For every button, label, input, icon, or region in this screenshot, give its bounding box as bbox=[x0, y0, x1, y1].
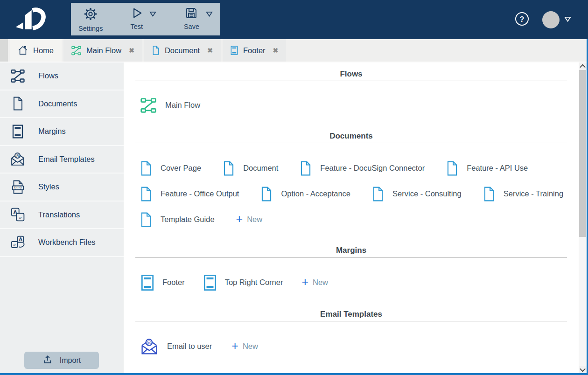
sidebar-item-translations[interactable]: A אTranslations bbox=[0, 201, 124, 229]
play-icon bbox=[131, 7, 143, 21]
svg-text:א: א bbox=[13, 243, 16, 247]
item-label: Email to user bbox=[167, 342, 212, 351]
section-flows: Flows Main Flow bbox=[124, 62, 577, 125]
home-icon bbox=[18, 45, 28, 56]
item-footer[interactable]: Footer bbox=[141, 271, 185, 293]
sidebar-item-workbench-files[interactable]: A אWorkbench Files bbox=[0, 229, 124, 257]
item-label: Document bbox=[243, 164, 278, 173]
new-label: New bbox=[313, 278, 328, 287]
new-email-templates-button[interactable]: +New bbox=[231, 335, 258, 357]
item-label: Top Right Corner bbox=[225, 278, 283, 287]
sidebar-item-flows[interactable]: Flows bbox=[0, 62, 124, 90]
main-body: Flows Documents Margins @Email Templates… bbox=[0, 62, 588, 375]
section-title: Flows bbox=[135, 62, 567, 81]
tab-home[interactable]: Home bbox=[10, 39, 62, 62]
section-items: Footer Top Right Corner+New bbox=[124, 257, 577, 303]
sidebar-item-label: Workbench Files bbox=[38, 238, 96, 247]
sidebar-item-margins[interactable]: Margins bbox=[0, 118, 124, 146]
vertical-scrollbar[interactable] bbox=[579, 62, 587, 373]
toolbar: Settings Test Save bbox=[71, 3, 220, 35]
close-icon[interactable]: ✖ bbox=[129, 47, 134, 54]
import-button[interactable]: Import bbox=[24, 352, 99, 369]
item-service-training[interactable]: Service - Training bbox=[483, 183, 563, 205]
section-documents: Documents Cover Page Document Feature - … bbox=[124, 125, 577, 239]
item-feature-office-output[interactable]: Feature - Office Output bbox=[140, 183, 239, 205]
new-label: New bbox=[243, 342, 258, 351]
gear-icon bbox=[84, 7, 98, 23]
document-icon bbox=[10, 97, 26, 111]
document-icon bbox=[446, 161, 458, 176]
scrollbar-thumb[interactable] bbox=[579, 70, 586, 237]
close-icon[interactable]: ✖ bbox=[207, 47, 213, 54]
item-label: Option - Acceptance bbox=[281, 189, 350, 198]
email-icon: @ bbox=[10, 152, 26, 166]
chevron-up-icon bbox=[580, 64, 586, 70]
tab-footer[interactable]: Footer✖ bbox=[223, 39, 286, 62]
sidebar-item-label: Styles bbox=[38, 182, 59, 191]
document-icon bbox=[140, 212, 152, 227]
scroll-up-button[interactable] bbox=[579, 62, 587, 70]
tab-label: Footer bbox=[243, 46, 266, 55]
document-icon bbox=[140, 161, 152, 176]
settings-button[interactable]: Settings bbox=[78, 3, 103, 32]
test-dropdown-caret[interactable] bbox=[149, 10, 156, 19]
item-top-right-corner[interactable]: Top Right Corner bbox=[203, 271, 283, 293]
item-service-consulting[interactable]: Service - Consulting bbox=[372, 183, 462, 205]
sidebar-item-label: Translations bbox=[38, 210, 80, 219]
chevron-down-icon bbox=[149, 10, 156, 19]
tabbar-lead-strip bbox=[0, 39, 8, 62]
plus-icon: + bbox=[301, 276, 308, 288]
item-feature-docusign-connector[interactable]: Feature - DocuSign Connector bbox=[300, 157, 425, 179]
tab-label: Document bbox=[165, 46, 200, 55]
scrollbar-track[interactable] bbox=[579, 70, 587, 366]
test-label: Test bbox=[130, 23, 143, 30]
flow-icon bbox=[71, 46, 81, 56]
svg-text:A: A bbox=[19, 236, 22, 242]
plus-icon: + bbox=[236, 213, 243, 225]
chevron-down-icon bbox=[580, 366, 586, 372]
translations-icon: A א bbox=[10, 208, 26, 222]
question-circle-icon: ? bbox=[515, 12, 529, 28]
item-main-flow[interactable]: Main Flow bbox=[140, 94, 200, 116]
new-documents-button[interactable]: +New bbox=[236, 208, 263, 230]
chevron-down-icon bbox=[206, 10, 213, 19]
item-cover-page[interactable]: Cover Page bbox=[140, 157, 201, 179]
document-icon bbox=[223, 161, 235, 176]
save-icon bbox=[185, 7, 197, 21]
item-label: Feature - DocuSign Connector bbox=[320, 164, 425, 173]
sidebar-item-documents[interactable]: Documents bbox=[0, 90, 124, 118]
svg-text:{···}: {···} bbox=[14, 186, 22, 190]
tab-main-flow[interactable]: Main Flow✖ bbox=[63, 39, 142, 62]
tab-label: Home bbox=[33, 46, 54, 55]
scroll-down-button[interactable] bbox=[579, 366, 587, 373]
item-feature-api-use[interactable]: Feature - API Use bbox=[446, 157, 528, 179]
new-margins-button[interactable]: +New bbox=[301, 271, 328, 293]
sidebar-item-label: Email Templates bbox=[38, 155, 95, 164]
section-margins: Margins Footer Top Right Corner+New bbox=[124, 239, 577, 303]
save-dropdown-caret[interactable] bbox=[206, 10, 213, 19]
item-option-acceptance[interactable]: Option - Acceptance bbox=[260, 183, 350, 205]
new-label: New bbox=[247, 215, 262, 224]
sidebar-item-styles[interactable]: {···}Styles bbox=[0, 174, 124, 201]
styles-icon: {···} bbox=[10, 180, 26, 194]
section-items: Cover Page Document Feature - DocuSign C… bbox=[124, 143, 577, 239]
docugen-logo-icon bbox=[12, 4, 46, 35]
help-button[interactable]: ? bbox=[515, 12, 529, 28]
window-border-bottom bbox=[0, 373, 588, 375]
margin-icon bbox=[10, 125, 26, 139]
close-icon[interactable]: ✖ bbox=[273, 47, 279, 54]
item-label: Service - Training bbox=[504, 189, 563, 198]
tab-bar: Home Main Flow✖ Document✖ Footer✖ bbox=[0, 39, 588, 62]
section-title: Email Templates bbox=[135, 303, 567, 321]
save-button[interactable]: Save bbox=[184, 3, 199, 30]
app-logo[interactable] bbox=[0, 4, 70, 35]
workbench-icon: A א bbox=[10, 236, 26, 249]
item-email-to-user[interactable]: @Email to user bbox=[140, 335, 212, 357]
account-menu[interactable] bbox=[542, 11, 571, 28]
svg-text:@: @ bbox=[15, 153, 20, 158]
test-button[interactable]: Test bbox=[130, 3, 143, 30]
item-document[interactable]: Document bbox=[223, 157, 278, 179]
sidebar-item-email-templates[interactable]: @Email Templates bbox=[0, 146, 124, 174]
tab-document[interactable]: Document✖ bbox=[144, 39, 221, 62]
item-template-guide[interactable]: Template Guide bbox=[140, 208, 215, 230]
